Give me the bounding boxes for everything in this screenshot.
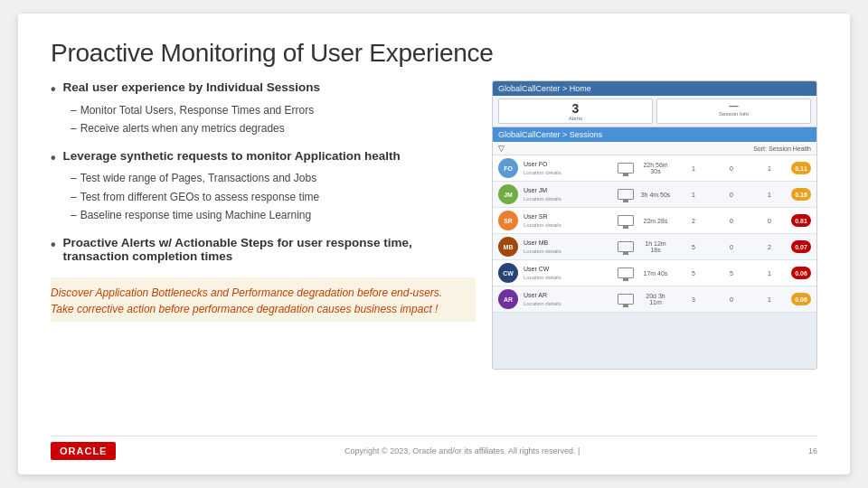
sub-bullet-text-1-2: Receive alerts when any metrics degrades	[80, 119, 285, 137]
page-number: 16	[808, 446, 817, 455]
sub-bullet-text-2-1: Test wide range of Pages, Transactions a…	[80, 169, 317, 187]
avatar: JM	[498, 184, 518, 204]
status-badge: 0.06	[791, 267, 811, 279]
mock-stat-value: 3	[504, 101, 647, 116]
cell-n3: 0	[753, 218, 786, 224]
sub-bullet-1-1: Monitor Total Users, Response Times and …	[71, 101, 476, 119]
sub-bullet-text-1-1: Monitor Total Users, Response Times and …	[80, 101, 315, 119]
bullet-group-2: • Leverage synthetic requests to monitor…	[51, 149, 476, 229]
cell-time: 17m 40s	[639, 270, 672, 277]
sort-label: Sort: Session Health	[753, 145, 811, 152]
left-panel: • Real user experience by Individual Ses…	[51, 80, 476, 436]
screenshot-mock: GlobalCallCenter > Home 3 Alerts — Sessi…	[492, 80, 817, 370]
table-row: CW User CWLocation details 17m 40s 5 5 1…	[493, 260, 816, 286]
bullet-dot-2: •	[51, 149, 56, 168]
avatar: MB	[498, 237, 518, 257]
status-badge: 0.16	[791, 188, 811, 201]
slide: Proactive Monitoring of User Experience …	[18, 14, 850, 474]
footer-copyright: Copyright © 2023, Oracle and/or its affi…	[344, 446, 580, 455]
mock-stat-box: 3 Alerts	[498, 99, 653, 124]
bullet-dot-1: •	[51, 80, 56, 99]
mock-top-section: 3 Alerts — Session Info	[493, 96, 816, 127]
mock-stat-label: Alerts	[504, 116, 647, 121]
cell-time: 1h 12m 18s	[639, 240, 672, 253]
monitor-icon	[618, 241, 634, 252]
bullet-main-3: • Proactive Alerts w/ Actionable Steps f…	[51, 236, 476, 263]
sub-bullet-2-1: Test wide range of Pages, Transactions a…	[71, 169, 476, 187]
bullet-text-3: Proactive Alerts w/ Actionable Steps for…	[63, 236, 476, 263]
avatar: AR	[498, 289, 518, 309]
table-row: JM User JMLocation details 3h 4m 50s 1 0…	[493, 182, 816, 208]
callout-line2: Take corrective action before performanc…	[51, 303, 438, 315]
cell-n1: 5	[677, 270, 710, 277]
content-area: • Real user experience by Individual Ses…	[51, 80, 817, 436]
cell-n1: 3	[677, 296, 710, 303]
cell-name: User SRLocation details	[524, 212, 612, 230]
bullet-text-2: Leverage synthetic requests to monitor A…	[63, 149, 401, 163]
status-badge: 0.11	[791, 162, 811, 174]
footer-bar: ORACLE Copyright © 2023, Oracle and/or i…	[51, 436, 817, 460]
table-row: AR User ARLocation details 20d 3h 11m 3 …	[493, 286, 816, 313]
monitor-icon	[618, 189, 634, 200]
mock-stat-extra-label: Session Info	[662, 111, 806, 117]
cell-n1: 1	[677, 165, 710, 172]
cell-time: 22m 28s	[639, 218, 672, 224]
cell-n1: 1	[677, 192, 710, 198]
cell-n3: 2	[753, 244, 786, 250]
callout-text: Discover Application Bottlenecks and Per…	[51, 285, 476, 318]
avatar: CW	[498, 263, 518, 283]
cell-n2: 0	[715, 165, 748, 172]
bullet-group-3: • Proactive Alerts w/ Actionable Steps f…	[51, 236, 476, 265]
sub-bullet-1-2: Receive alerts when any metrics degrades	[71, 119, 476, 137]
cell-n2: 0	[715, 192, 748, 198]
sub-bullets-1: Monitor Total Users, Response Times and …	[71, 101, 476, 138]
cell-n3: 1	[753, 192, 786, 198]
mock-breadcrumb: GlobalCallCenter > Home	[498, 84, 591, 93]
sub-bullets-2: Test wide range of Pages, Transactions a…	[71, 169, 476, 224]
mock-filter-bar: ▽ Sort: Session Health	[493, 142, 816, 155]
slide-title: Proactive Monitoring of User Experience	[51, 39, 817, 68]
cell-n1: 5	[677, 244, 710, 250]
cell-name: User FOLocation details	[524, 160, 612, 177]
mock-stat-extra: —	[662, 101, 806, 111]
cell-n3: 1	[753, 296, 786, 303]
mock-stat-box-2: — Session Info	[656, 99, 811, 124]
bullet-text-1: Real user experience by Individual Sessi…	[63, 80, 320, 94]
avatar: FO	[498, 158, 518, 178]
cell-time: 3h 4m 50s	[639, 192, 672, 198]
mock-breadcrumb-sessions: GlobalCallCenter > Sessions	[498, 130, 602, 139]
cell-n3: 1	[753, 270, 786, 277]
cell-time: 20d 3h 11m	[639, 293, 672, 305]
mock-rows-container: FO User FOLocation details 22h 56m 30s 1…	[493, 155, 816, 313]
sub-bullet-text-2-2: Test from different GEOs to assess respo…	[80, 188, 320, 206]
cell-name: User ARLocation details	[524, 291, 612, 308]
bullet-group-1: • Real user experience by Individual Ses…	[51, 80, 476, 142]
cell-n3: 1	[753, 165, 786, 172]
avatar: SR	[498, 211, 518, 230]
callout-line1: Discover Application Bottlenecks and Per…	[51, 286, 442, 299]
bullet-main-1: • Real user experience by Individual Ses…	[51, 80, 476, 99]
sub-bullet-2-2: Test from different GEOs to assess respo…	[71, 188, 476, 206]
cell-n2: 0	[715, 244, 748, 250]
status-badge: 0.07	[791, 240, 811, 253]
status-badge: 0.81	[791, 214, 811, 227]
status-badge: 0.06	[791, 293, 811, 305]
cell-n2: 0	[715, 296, 748, 303]
monitor-icon	[618, 294, 634, 305]
oracle-logo: ORACLE	[51, 442, 116, 460]
cell-name: User JMLocation details	[524, 186, 612, 203]
table-row: SR User SRLocation details 22m 28s 2 0 0…	[493, 208, 816, 234]
sub-bullet-2-3: Baseline response time using Machine Lea…	[71, 206, 476, 224]
filter-icon: ▽	[498, 144, 505, 153]
mock-header: GlobalCallCenter > Home	[493, 81, 816, 96]
cell-name: User MBLocation details	[524, 239, 612, 256]
table-row: MB User MBLocation details 1h 12m 18s 5 …	[493, 234, 816, 260]
right-panel: GlobalCallCenter > Home 3 Alerts — Sessi…	[492, 80, 817, 436]
sub-bullet-text-2-3: Baseline response time using Machine Lea…	[80, 206, 312, 224]
cell-n2: 5	[715, 270, 748, 277]
mock-header-sessions: GlobalCallCenter > Sessions	[493, 127, 816, 142]
bullet-dot-3: •	[51, 236, 56, 255]
monitor-icon	[618, 215, 634, 226]
table-row: FO User FOLocation details 22h 56m 30s 1…	[493, 155, 816, 182]
cell-name: User CWLocation details	[524, 265, 612, 282]
